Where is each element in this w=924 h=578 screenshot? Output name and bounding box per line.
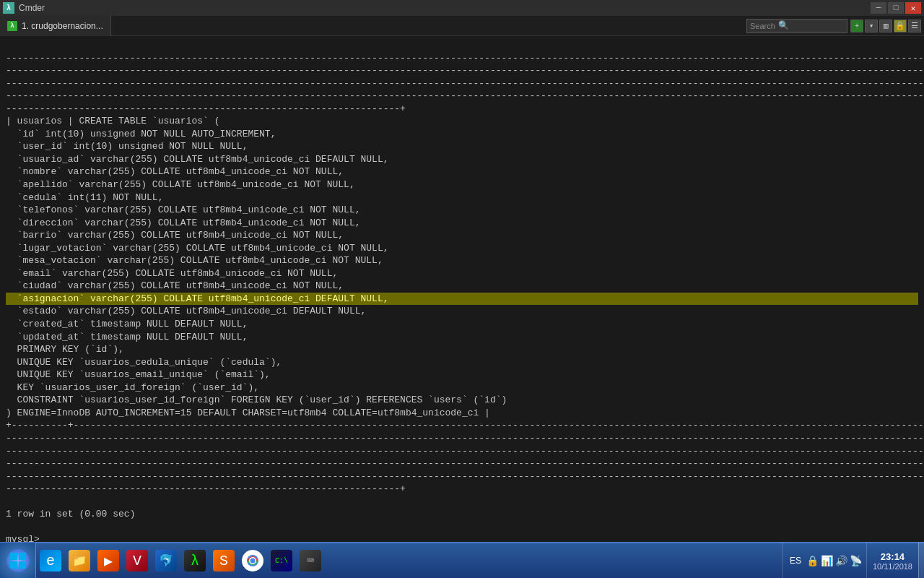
taskbar-vivaldi[interactable]: V [123,543,152,578]
vivaldi-icon: V [126,550,148,571]
network-tray-icon[interactable]: 📊 [821,555,833,567]
svg-point-7 [250,558,256,564]
windows-logo-icon [6,549,30,572]
terminal-line: `cedula` int(11) NOT NULL, [6,192,163,203]
app-title: Cmder [19,3,45,13]
terminal-prompt[interactable]: mysql> [6,534,40,542]
search-area[interactable]: Search 🔍 [746,19,847,33]
search-placeholder: Search [750,22,775,30]
restore-button[interactable]: □ [888,2,904,14]
ie-icon: e [40,550,61,571]
terminal-result: 1 row in set (0.00 sec) [6,509,135,519]
show-desktop-button[interactable] [918,543,924,578]
language-indicator: ES [787,556,804,566]
terminal-line: `nombre` varchar(255) COLLATE utf8mb4_un… [6,166,344,177]
terminal-line: +----------+----------------------------… [6,420,924,431]
sublime-icon: S [213,550,235,571]
terminal-line: CONSTRAINT `usuarios_user_id_foreign` FO… [6,394,507,405]
titlebar-left: λ Cmder [3,2,45,14]
tab-dropdown-button[interactable]: ▾ [865,20,878,33]
terminal-line: `created_at` timestamp NULL DEFAULT NULL… [6,319,248,329]
terminal-line: `ciudad` varchar(255) COLLATE utf8mb4_un… [6,280,344,291]
window-controls: ─ □ ✕ [871,2,921,14]
svg-rect-1 [19,553,26,560]
terminal-line: `email` varchar(255) COLLATE utf8mb4_uni… [6,268,338,279]
taskbar-heidisql[interactable]: 🐬 [152,543,180,578]
terminal-line: ----------------------------------------… [6,471,924,482]
clock-date: 10/11/2018 [873,562,912,571]
tab-bar: λ 1. crudgobernacion... Search 🔍 + ▾ ▥ 🔒… [0,16,924,36]
svg-rect-3 [19,561,26,569]
terminal-line: ----------------------------------------… [6,483,406,494]
taskbar-ie[interactable]: e [36,543,65,578]
split-h-button[interactable]: ▥ [879,20,892,33]
tab-icon: λ [7,21,17,31]
terminal-line: ) ENGINE=InnoDB AUTO_INCREMENT=15 DEFAUL… [6,407,490,418]
terminal-line: `telefonos` varchar(255) COLLATE utf8mb4… [6,204,360,215]
media-icon: ▶ [97,550,119,571]
cmd-icon: C:\ [271,550,292,571]
taskbar-terminal[interactable]: λ [180,543,209,578]
terminal-line: `user_id` int(10) unsigned NOT NULL NULL… [6,141,248,152]
terminal-line: `id` int(10) unsigned NOT NULL AUTO_INCR… [6,129,276,139]
tabbar-buttons: + ▾ ▥ 🔒 ☰ [850,20,921,33]
terminal-line: `estado` varchar(255) COLLATE utf8mb4_un… [6,306,366,316]
terminal-line: ----------------------------------------… [6,78,924,89]
terminal-icon: λ [184,550,206,571]
terminal-output: ----------------------------------------… [0,36,924,542]
app-icon: λ [3,2,14,14]
lock-button[interactable]: 🔒 [894,20,907,33]
terminal-line: PRIMARY KEY (`id`), [6,344,124,355]
terminal-line: UNIQUE KEY `usuarios_cedula_unique` (`ce… [6,357,282,368]
highlighted-terminal-line: `asignacion` varchar(255) COLLATE utf8mb… [6,293,918,306]
terminal-line: | usuarios | CREATE TABLE `usuarios` ( [6,116,219,126]
active-tab[interactable]: λ 1. crudgobernacion... [0,16,111,36]
chrome-icon [242,550,263,571]
terminal-line: KEY `usuarios_user_id_foreign` (`user_id… [6,382,259,393]
volume-tray-icon[interactable]: 🔊 [835,555,847,567]
start-button[interactable] [0,543,36,578]
terminal-line: `updated_at` timestamp NULL DEFAULT NULL… [6,332,248,342]
title-bar: λ Cmder ─ □ ✕ [0,0,924,16]
terminal-line: `mesa_votacion` varchar(255) COLLATE utf… [6,255,383,266]
file-explorer-icon: 📁 [69,550,90,571]
taskbar-cmd[interactable]: C:\ [267,543,296,578]
clock-time: 23:14 [881,551,905,562]
terminal-line: ----------------------------------------… [6,433,924,444]
close-button[interactable]: ✕ [905,2,921,14]
terminal-line: `barrio` varchar(255) COLLATE utf8mb4_un… [6,230,344,241]
taskbar: e 📁 ▶ V 🐬 λ S C:\ ⌨ [0,542,924,578]
keyboard-icon: ⌨ [300,550,321,571]
wifi-tray-icon[interactable]: 📡 [850,555,862,567]
terminal-line: ----------------------------------------… [6,53,924,64]
taskbar-keyboard[interactable]: ⌨ [296,543,325,578]
terminal-line: `apellido` varchar(255) COLLATE utf8mb4_… [6,179,355,190]
terminal-line: ----------------------------------------… [6,458,924,469]
svg-rect-2 [10,561,17,569]
minimize-button[interactable]: ─ [871,2,886,14]
heidisql-icon: 🐬 [155,550,177,571]
terminal-line: ----------------------------------------… [6,446,924,457]
taskbar-sublime[interactable]: S [209,543,238,578]
app-icon-label: λ [6,4,11,12]
tab-label: 1. crudgobernacion... [22,21,103,31]
terminal-line: `usuario_ad` varchar(255) COLLATE utf8mb… [6,154,389,165]
terminal-line: ----------------------------------------… [6,90,924,101]
clock-area[interactable]: 23:14 10/11/2018 [866,543,918,578]
search-icon: 🔍 [778,20,789,31]
system-tray: ES 🔒 📊 🔊 📡 [782,543,866,578]
terminal-line: UNIQUE KEY `usuarios_email_unique` (`ema… [6,369,271,380]
svg-rect-0 [10,553,17,560]
terminal-line: `lugar_votacion` varchar(255) COLLATE ut… [6,243,389,254]
terminal-line: ----------------------------------------… [6,103,406,114]
taskbar-file-explorer[interactable]: 📁 [65,543,94,578]
new-tab-button[interactable]: + [850,20,863,33]
taskbar-media[interactable]: ▶ [94,543,123,578]
taskbar-chrome[interactable] [238,543,267,578]
settings-button[interactable]: ☰ [908,20,921,33]
terminal-line: ----------------------------------------… [6,65,924,76]
terminal-line: `direccion` varchar(255) COLLATE utf8mb4… [6,217,360,228]
antivirus-tray-icon[interactable]: 🔒 [806,555,819,567]
